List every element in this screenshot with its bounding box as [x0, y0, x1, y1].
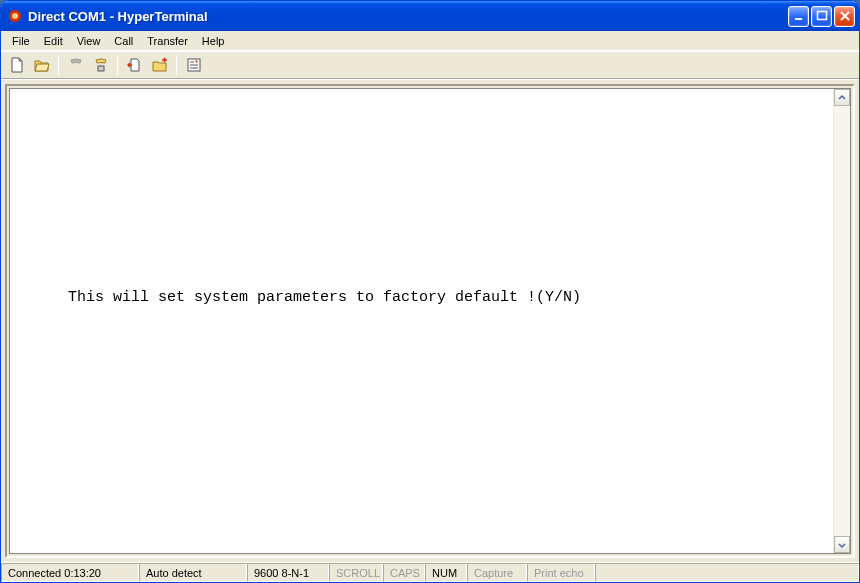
status-scroll: SCROLL [329, 563, 383, 582]
titlebar[interactable]: Direct COM1 - HyperTerminal [1, 1, 859, 31]
open-folder-icon [34, 57, 50, 73]
hyperterminal-window: Direct COM1 - HyperTerminal File Edit Vi… [0, 0, 860, 583]
svg-rect-2 [795, 18, 802, 20]
menu-file[interactable]: File [5, 33, 37, 49]
properties-button[interactable] [182, 54, 205, 76]
scroll-down-button[interactable] [834, 536, 850, 553]
toolbar-separator [176, 55, 177, 75]
menubar: File Edit View Call Transfer Help [1, 31, 859, 51]
status-num: NUM [425, 563, 467, 582]
statusbar: Connected 0:13:20 Auto detect 9600 8-N-1… [1, 562, 859, 582]
status-auto-detect: Auto detect [139, 563, 247, 582]
status-connection: Connected 0:13:20 [1, 563, 139, 582]
chevron-up-icon [838, 94, 846, 102]
svg-rect-3 [817, 12, 826, 20]
status-caps: CAPS [383, 563, 425, 582]
scrollbar-track[interactable] [834, 106, 850, 536]
svg-point-1 [12, 13, 18, 19]
vertical-scrollbar[interactable] [833, 89, 850, 553]
terminal-line: This will set system parameters to facto… [68, 289, 581, 306]
new-button[interactable] [5, 54, 28, 76]
status-grip [595, 563, 859, 582]
terminal-frame: This will set system parameters to facto… [5, 84, 855, 558]
status-port-settings: 9600 8-N-1 [247, 563, 329, 582]
send-button[interactable] [123, 54, 146, 76]
new-doc-icon [9, 57, 25, 73]
status-capture: Capture [467, 563, 527, 582]
toolbar-separator [58, 55, 59, 75]
status-print-echo: Print echo [527, 563, 595, 582]
phone-connect-icon [68, 57, 84, 73]
app-icon [7, 8, 23, 24]
menu-transfer[interactable]: Transfer [140, 33, 195, 49]
svg-rect-4 [98, 66, 104, 71]
menu-help[interactable]: Help [195, 33, 232, 49]
toolbar-separator [117, 55, 118, 75]
disconnect-button[interactable] [89, 54, 112, 76]
window-title: Direct COM1 - HyperTerminal [28, 9, 788, 24]
menu-call[interactable]: Call [107, 33, 140, 49]
scroll-up-button[interactable] [834, 89, 850, 106]
minimize-button[interactable] [788, 6, 809, 27]
menu-edit[interactable]: Edit [37, 33, 70, 49]
properties-icon [186, 57, 202, 73]
receive-button[interactable] [148, 54, 171, 76]
client-area: This will set system parameters to facto… [1, 79, 859, 562]
chevron-down-icon [838, 541, 846, 549]
menu-view[interactable]: View [70, 33, 108, 49]
phone-disconnect-icon [93, 57, 109, 73]
toolbar [1, 51, 859, 79]
open-button[interactable] [30, 54, 53, 76]
terminal-output[interactable]: This will set system parameters to facto… [10, 89, 833, 553]
connect-button[interactable] [64, 54, 87, 76]
close-button[interactable] [834, 6, 855, 27]
maximize-button[interactable] [811, 6, 832, 27]
send-file-icon [127, 57, 143, 73]
terminal-wrap: This will set system parameters to facto… [9, 88, 851, 554]
receive-file-icon [152, 57, 168, 73]
